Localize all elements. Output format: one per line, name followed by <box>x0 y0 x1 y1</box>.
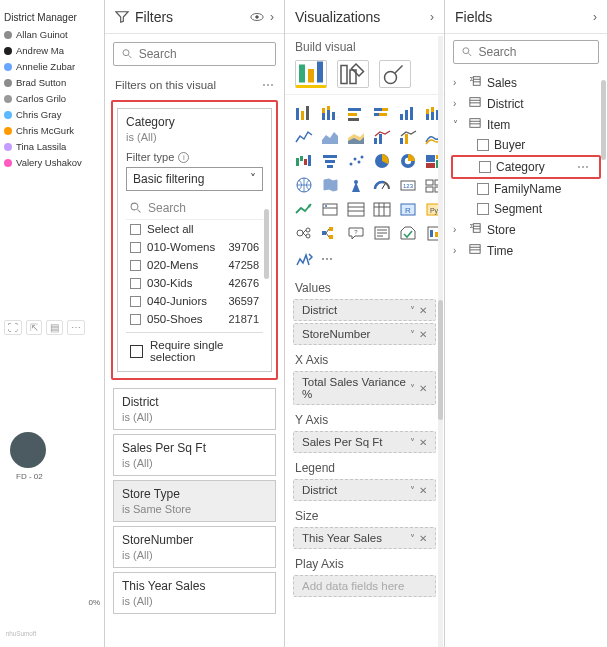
field-well-item[interactable]: Sales Per Sq Ft˅✕ <box>293 431 436 453</box>
filters-search-input[interactable] <box>139 47 267 61</box>
chevron-down-icon[interactable]: ˅ <box>410 485 415 496</box>
viz-type-icon[interactable] <box>319 151 341 171</box>
dm-list-item[interactable]: Chris McGurk <box>4 125 100 136</box>
build-visual-tab[interactable] <box>295 60 327 88</box>
chevron-down-icon[interactable]: ˅ <box>453 119 463 130</box>
filter-values-search[interactable]: Search <box>126 197 263 220</box>
viz-type-icon[interactable]: R <box>397 199 419 219</box>
checkbox-icon[interactable] <box>477 139 489 151</box>
dm-list-item[interactable]: Andrew Ma <box>4 45 100 56</box>
chevron-down-icon[interactable]: ˅ <box>410 329 415 340</box>
remove-icon[interactable]: ✕ <box>419 437 427 448</box>
chevron-right-icon[interactable]: › <box>453 245 463 256</box>
viz-type-icon[interactable] <box>293 199 315 219</box>
collapse-icon[interactable]: › <box>593 10 597 24</box>
dm-list-item[interactable]: Brad Sutton <box>4 77 100 88</box>
viz-type-icon[interactable] <box>397 223 419 243</box>
chevron-right-icon[interactable]: › <box>453 224 463 235</box>
field-well-item[interactable]: StoreNumber˅✕ <box>293 323 436 345</box>
dm-list-item[interactable]: Valery Ushakov <box>4 157 100 168</box>
collapse-icon[interactable]: › <box>430 10 434 24</box>
viz-type-icon[interactable] <box>371 223 393 243</box>
more-icon[interactable]: ⋯ <box>321 252 333 266</box>
viz-type-icon[interactable] <box>397 127 419 147</box>
viz-type-icon[interactable] <box>371 103 393 123</box>
chevron-down-icon[interactable]: ˅ <box>410 533 415 544</box>
viz-type-icon[interactable]: 123 <box>397 175 419 195</box>
filter-card[interactable]: Store Typeis Same Store <box>113 480 276 522</box>
fields-table-row[interactable]: ›Time <box>451 240 601 261</box>
chevron-down-icon[interactable]: ˅ <box>410 383 415 394</box>
viz-type-icon[interactable] <box>397 103 419 123</box>
field-well-item[interactable]: Add data fields here <box>293 575 436 597</box>
filter-card-category[interactable]: Category is (All) Filter type i Basic fi… <box>117 108 272 372</box>
remove-icon[interactable]: ✕ <box>419 329 427 340</box>
viz-type-icon[interactable] <box>345 175 367 195</box>
viz-type-icon[interactable] <box>371 151 393 171</box>
filter-option-row[interactable]: Select all <box>126 220 263 238</box>
viz-type-icon[interactable] <box>371 199 393 219</box>
checkbox-icon[interactable] <box>130 345 143 358</box>
checkbox-icon[interactable] <box>479 161 491 173</box>
viz-type-icon[interactable] <box>319 127 341 147</box>
viz-type-icon[interactable] <box>293 103 315 123</box>
viz-type-icon[interactable] <box>345 103 367 123</box>
chevron-down-icon[interactable]: ˅ <box>410 305 415 316</box>
filter-option-row[interactable]: 030-Kids42676 <box>126 274 263 292</box>
fields-column-row[interactable]: Buyer <box>451 135 601 155</box>
field-well-item[interactable]: This Year Sales˅✕ <box>293 527 436 549</box>
filters-search[interactable] <box>113 42 276 66</box>
viz-type-icon[interactable] <box>319 199 341 219</box>
viz-type-icon[interactable] <box>319 223 341 243</box>
more-icon[interactable]: ⋯ <box>577 160 595 174</box>
checkbox-icon[interactable] <box>130 296 141 307</box>
viz-type-icon[interactable] <box>371 175 393 195</box>
viz-type-icon[interactable] <box>319 103 341 123</box>
get-more-visuals-icon[interactable] <box>295 251 313 267</box>
filter-card[interactable]: This Year Salesis (All) <box>113 572 276 614</box>
checkbox-icon[interactable] <box>130 242 141 253</box>
filter-card[interactable]: Districtis (All) <box>113 388 276 430</box>
remove-icon[interactable]: ✕ <box>419 485 427 496</box>
viz-type-icon[interactable] <box>293 223 315 243</box>
eye-icon[interactable] <box>250 10 264 24</box>
field-well-item[interactable]: Total Sales Variance %˅✕ <box>293 371 436 405</box>
remove-icon[interactable]: ✕ <box>419 305 427 316</box>
checkbox-icon[interactable] <box>477 203 489 215</box>
remove-icon[interactable]: ✕ <box>419 533 427 544</box>
filter-card[interactable]: Sales Per Sq Ftis (All) <box>113 434 276 476</box>
dm-list-item[interactable]: Chris Gray <box>4 109 100 120</box>
analytics-tab[interactable] <box>379 60 411 88</box>
fields-table-row[interactable]: ›District <box>451 93 601 114</box>
field-well-item[interactable]: District˅✕ <box>293 479 436 501</box>
scrollbar-thumb[interactable] <box>264 209 269 279</box>
chevron-right-icon[interactable]: › <box>453 98 463 109</box>
filter-option-row[interactable]: 050-Shoes21871 <box>126 310 263 328</box>
viz-type-icon[interactable] <box>293 175 315 195</box>
viz-type-icon[interactable] <box>371 127 393 147</box>
viz-type-icon[interactable] <box>345 127 367 147</box>
viz-type-icon[interactable]: ? <box>345 223 367 243</box>
filter-option-row[interactable]: 010-Womens39706 <box>126 238 263 256</box>
chevron-right-icon[interactable]: › <box>453 77 463 88</box>
viz-type-icon[interactable] <box>319 175 341 195</box>
checkbox-icon[interactable] <box>130 224 141 235</box>
viz-type-icon[interactable] <box>345 199 367 219</box>
scrollbar-thumb[interactable] <box>438 300 443 420</box>
fields-column-row[interactable]: Category⋯ <box>451 155 601 179</box>
fields-search[interactable] <box>453 40 599 64</box>
require-single-selection[interactable]: Require single selection <box>126 332 263 365</box>
filters-section-more-icon[interactable]: ⋯ <box>262 78 274 92</box>
scrollbar-thumb[interactable] <box>601 80 606 160</box>
filter-option-row[interactable]: 020-Mens47258 <box>126 256 263 274</box>
checkbox-icon[interactable] <box>130 278 141 289</box>
viz-type-icon[interactable] <box>293 127 315 147</box>
info-icon[interactable]: i <box>178 152 189 163</box>
fields-table-row[interactable]: ›ΣSales <box>451 72 601 93</box>
filter-card[interactable]: StoreNumberis (All) <box>113 526 276 568</box>
checkbox-icon[interactable] <box>130 260 141 271</box>
checkbox-icon[interactable] <box>477 183 489 195</box>
viz-type-icon[interactable] <box>397 151 419 171</box>
viz-type-icon[interactable] <box>293 151 315 171</box>
filter-option-row[interactable]: 040-Juniors36597 <box>126 292 263 310</box>
